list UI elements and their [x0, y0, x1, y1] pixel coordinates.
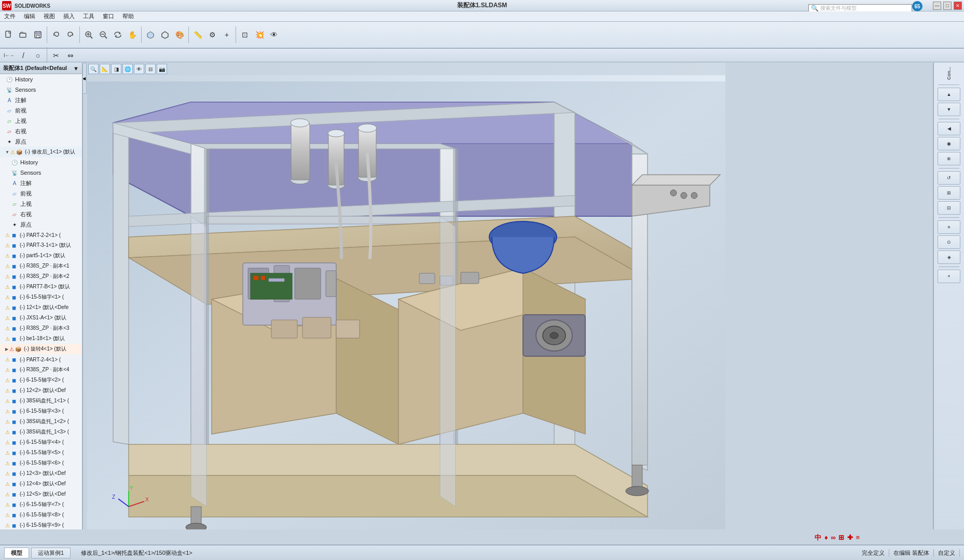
pan-button[interactable]: ✋ [126, 28, 139, 41]
tree-item-38s-1[interactable]: ⚠ ◼ (-) 38S码盘托_1<1> ( [0, 396, 82, 406]
tree-item-r38s-2[interactable]: ⚠ ◼ (-) R38S_ZP · 副本<2 [0, 271, 82, 282]
tree-item-615-7[interactable]: ⚠ ◼ (-) 6-15-5轴字<7> ( [0, 499, 82, 510]
rp-btn-8[interactable]: ⊟ [938, 201, 960, 215]
vp-hide-show-button[interactable]: 👁 [134, 64, 144, 74]
close-button[interactable]: ✕ [954, 2, 962, 10]
component-button[interactable]: + [220, 28, 233, 41]
rp-btn-6[interactable]: ↺ [938, 171, 960, 185]
mate-button[interactable]: ⚙ [205, 28, 219, 41]
vp-camera-button[interactable]: 📷 [157, 64, 167, 74]
tree-item-615-4[interactable]: ⚠ ◼ (-) 6-15-5轴字<4> ( [0, 437, 82, 447]
rp-btn-11[interactable]: ◈ [938, 250, 960, 264]
minimize-button[interactable]: — [933, 2, 941, 10]
tree-item-12-1[interactable]: ⚠ ◼ (-) 12<1> (默认<Defe [0, 302, 82, 313]
3d-viewport[interactable]: 🔍 📐 ◨ 🌐 👁 ⊟ 📷 [87, 63, 725, 529]
tree-item-right-2[interactable]: ▱ 右视 [0, 209, 82, 219]
tree-item-615-1[interactable]: ⚠ ◼ (-) 6-15-5轴字<1> ( [0, 292, 82, 302]
vp-view-orient-button[interactable]: 📐 [100, 64, 110, 74]
shaded-button[interactable]: 🎨 [173, 28, 186, 41]
tree-item-part7b[interactable]: ⚠ ◼ (-) PART7-B<1> (默认 [0, 282, 82, 292]
rp-btn-3[interactable]: ◀ [938, 122, 960, 135]
save-button[interactable] [31, 28, 45, 41]
tree-item-r38s-1[interactable]: ⚠ ◼ (-) R38S_ZP · 副本<1 [0, 261, 82, 271]
smart-dimension-button[interactable]: Ⅰ←→ [2, 49, 16, 62]
rp-btn-2[interactable]: ▼ [938, 103, 960, 116]
tree-item-part-2-2[interactable]: ⚠ ◼ (-) PART-2-2<1> ( [0, 230, 82, 240]
tree-item-part24[interactable]: ⚠ ◼ (-) PART-2-4<1> ( [0, 354, 82, 365]
tree-item-sensors-2[interactable]: 📡 Sensors [0, 167, 82, 178]
zoom-fit-button[interactable] [82, 28, 95, 41]
tree-item-12-5[interactable]: ⚠ ◼ (-) 12<5> (默认<Def [0, 489, 82, 499]
rp-btn-7[interactable]: ⊞ [938, 186, 960, 200]
rotate-button[interactable] [111, 28, 125, 41]
tree-item-part5-1[interactable]: ⚠ ◼ (-) part5-1<1> (默认 [0, 250, 82, 261]
redo-button[interactable] [64, 28, 77, 41]
tree-item-12-4[interactable]: ⚠ ◼ (-) 12<4> (默认<Def [0, 479, 82, 489]
mirror-button[interactable]: ⇔ [64, 49, 77, 62]
tree-item-front-1[interactable]: ▱ 前视 [0, 105, 82, 116]
menu-view[interactable]: 视图 [39, 11, 59, 21]
rp-btn-12[interactable]: ✕ [938, 270, 960, 283]
rp-btn-1[interactable]: ▲ [938, 88, 960, 101]
trim-button[interactable]: ✂ [49, 49, 63, 62]
tree-item-annotations-1[interactable]: A 注解 [0, 95, 82, 105]
display-style-button[interactable] [144, 28, 157, 41]
tree-item-top-1[interactable]: ▱ 上视 [0, 116, 82, 126]
tab-motion-study[interactable]: 运动算例1 [31, 548, 71, 558]
menu-tools[interactable]: 工具 [79, 11, 99, 21]
tree-item-rotate4[interactable]: ▶ ⚠ 📦 (-) 旋转4<1> (默认 [0, 344, 82, 354]
section-view-button[interactable]: ⊡ [238, 28, 252, 41]
menu-edit[interactable]: 编辑 [20, 11, 39, 21]
tree-item-sensors-1[interactable]: 📡 Sensors [0, 85, 82, 95]
tree-item-38s-2[interactable]: ⚠ ◼ (-) 38S码盘托_1<2> ( [0, 416, 82, 427]
menu-help[interactable]: 帮助 [118, 11, 138, 21]
tree-item-615-9[interactable]: ⚠ ◼ (-) 6-15-5轴字<9> ( [0, 520, 82, 529]
line-button[interactable]: / [17, 49, 30, 62]
vp-section-button[interactable]: ⊟ [145, 64, 156, 74]
tree-item-615-3[interactable]: ⚠ ◼ (-) 6-15-5轴字<3> ( [0, 406, 82, 416]
tree-item-615-5[interactable]: ⚠ ◼ (-) 6-15-5轴字<5> ( [0, 447, 82, 458]
tree-item-r38s-4[interactable]: ⚠ ◼ (-) R38S_ZP · 副本<4 [0, 365, 82, 375]
wireframe-button[interactable] [158, 28, 172, 41]
new-button[interactable] [2, 28, 16, 41]
tree-item-right-1[interactable]: ▱ 右视 [0, 126, 82, 136]
tree-item-annotations-2[interactable]: A 注解 [0, 178, 82, 188]
tree-item-history-1[interactable]: 🕐 History [0, 74, 82, 85]
undo-button[interactable] [49, 28, 63, 41]
tree-item-part-3-1[interactable]: ⚠ ◼ (-) PART-3-1<1> (默认 [0, 240, 82, 250]
vp-scene-button[interactable]: 🌐 [122, 64, 133, 74]
tree-item-jxs1[interactable]: ⚠ ◼ (-) JXS1-A<1> (默认 [0, 313, 82, 323]
hide-show-button[interactable]: 👁 [267, 28, 281, 41]
vp-display-mode-button[interactable]: ◨ [111, 64, 121, 74]
menu-window[interactable]: 窗口 [99, 11, 118, 21]
zoom-in-button[interactable] [97, 28, 110, 41]
tree-item-be1[interactable]: ⚠ ◼ (-) be1-18<1> (默认 [0, 333, 82, 344]
rp-btn-5[interactable]: ⊕ [938, 152, 960, 165]
measure-button[interactable]: 📏 [191, 28, 204, 41]
rp-btn-10[interactable]: ⊙ [938, 235, 960, 249]
tree-item-615-6[interactable]: ⚠ ◼ (-) 6-15-5轴字<6> ( [0, 458, 82, 468]
tree-item-front-2[interactable]: ▱ 前视 [0, 188, 82, 199]
circle-button[interactable]: ○ [31, 49, 45, 62]
status-custom[interactable]: 自定义 [934, 549, 960, 557]
tab-model[interactable]: 模型 [4, 548, 29, 558]
menu-insert[interactable]: 插入 [59, 11, 79, 21]
open-button[interactable] [17, 28, 30, 41]
tree-item-12-3[interactable]: ⚠ ◼ (-) 12<3> (默认<Def [0, 468, 82, 479]
vp-zoom-button[interactable]: 🔍 [88, 64, 99, 74]
tree-item-38s-3[interactable]: ⚠ ◼ (-) 38S码盘托_1<3> ( [0, 427, 82, 437]
tree-item-history-2[interactable]: 🕐 History [0, 157, 82, 167]
tree-item-origin-2[interactable]: ✦ 原点 [0, 219, 82, 230]
rp-btn-9[interactable]: ≡ [938, 220, 960, 234]
rp-btn-4[interactable]: ◉ [938, 137, 960, 150]
tree-item-615-8[interactable]: ⚠ ◼ (-) 6-15-5轴字<8> ( [0, 510, 82, 520]
tree-item-subassy[interactable]: ▼ ⚠ 📦 (-) 修改后_1<1> (默认 [0, 147, 82, 157]
tree-item-615-2[interactable]: ⚠ ◼ (-) 6-15-5轴字<2> ( [0, 375, 82, 385]
explode-button[interactable]: 💥 [253, 28, 266, 41]
tree-item-top-2[interactable]: ▱ 上视 [0, 199, 82, 209]
tree-item-12-2[interactable]: ⚠ ◼ (-) 12<2> (默认<Def [0, 385, 82, 396]
restore-button[interactable]: □ [943, 2, 952, 10]
menu-file[interactable]: 文件 [0, 11, 20, 21]
tree-item-origin-1[interactable]: ✦ 原点 [0, 136, 82, 147]
tree-item-r38s-3[interactable]: ⚠ ◼ (-) R38S_ZP · 副本<3 [0, 323, 82, 333]
